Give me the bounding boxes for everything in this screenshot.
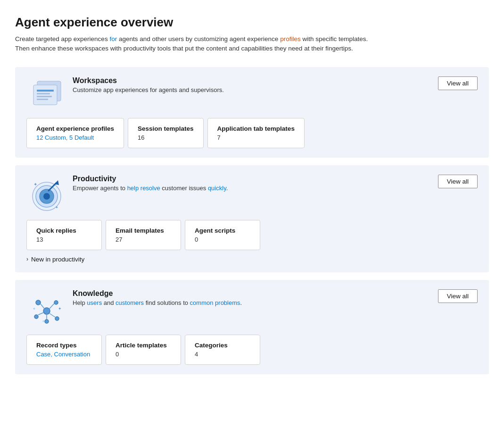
record-types-tile[interactable]: Record types Case, Conversation: [26, 335, 102, 365]
svg-line-23: [50, 313, 55, 317]
application-tab-templates-tile[interactable]: Application tab templates 7: [207, 118, 305, 148]
svg-text:✦: ✦: [58, 306, 62, 311]
quick-replies-value: 13: [36, 236, 92, 243]
workspaces-action: View all: [438, 76, 478, 90]
new-in-productivity-label: New in productivity: [31, 256, 84, 263]
knowledge-icon: ✦ ✦ ✦: [26, 289, 69, 327]
workspaces-section: Workspaces Customize app experiences for…: [15, 67, 489, 158]
knowledge-view-all-button[interactable]: View all: [438, 289, 478, 303]
svg-point-16: [54, 301, 58, 304]
article-templates-value: 0: [116, 351, 171, 358]
productivity-tiles: Quick replies 13 Email templates 27 Agen…: [26, 220, 478, 250]
svg-rect-1: [33, 85, 57, 105]
svg-text:✦: ✦: [42, 320, 45, 323]
article-templates-tile[interactable]: Article templates 0: [106, 335, 181, 365]
svg-line-20: [41, 304, 45, 309]
page-title: Agent experience overview: [15, 15, 489, 30]
svg-point-17: [34, 315, 38, 319]
article-templates-label: Article templates: [116, 342, 171, 349]
svg-point-15: [36, 300, 41, 305]
productivity-header: ✦ ✦ Productivity Empower agents to help …: [26, 175, 478, 212]
knowledge-tiles: Record types Case, Conversation Article …: [26, 335, 478, 365]
workspaces-info: Workspaces Customize app experiences for…: [69, 76, 438, 93]
svg-text:✦: ✦: [33, 182, 37, 187]
productivity-icon: ✦ ✦: [26, 175, 69, 212]
svg-rect-3: [37, 93, 50, 94]
application-tab-templates-value: 7: [217, 134, 295, 141]
productivity-title: Productivity: [73, 175, 438, 183]
new-in-productivity[interactable]: › New in productivity: [26, 256, 478, 263]
svg-text:✦: ✦: [33, 307, 36, 311]
workspaces-title: Workspaces: [73, 76, 438, 85]
svg-point-18: [55, 317, 59, 320]
workspaces-icon: [26, 76, 69, 110]
knowledge-header: ✦ ✦ ✦ Knowledge Help users and customers…: [26, 289, 478, 327]
agent-scripts-tile[interactable]: Agent scripts 0: [185, 220, 260, 250]
svg-rect-2: [37, 90, 54, 92]
workspaces-header: Workspaces Customize app experiences for…: [26, 76, 478, 110]
application-tab-templates-label: Application tab templates: [217, 125, 295, 132]
desc-link-profiles[interactable]: profiles: [280, 35, 301, 42]
svg-text:✦: ✦: [55, 205, 58, 210]
productivity-subtitle: Empower agents to help resolve customer …: [73, 185, 438, 192]
svg-point-9: [43, 193, 50, 200]
session-templates-value: 16: [138, 134, 194, 141]
quick-replies-label: Quick replies: [36, 227, 92, 234]
record-types-value: Case, Conversation: [36, 351, 92, 358]
session-templates-tile[interactable]: Session templates 16: [128, 118, 204, 148]
record-types-label: Record types: [36, 342, 92, 349]
productivity-action: View all: [438, 175, 478, 188]
knowledge-title: Knowledge: [73, 289, 438, 298]
desc-link-for[interactable]: for: [109, 35, 117, 42]
email-templates-tile[interactable]: Email templates 27: [106, 220, 181, 250]
svg-rect-5: [37, 99, 48, 100]
svg-point-19: [45, 320, 49, 323]
agent-scripts-label: Agent scripts: [195, 227, 250, 234]
agent-experience-profiles-tile[interactable]: Agent experience profiles 12 Custom, 5 D…: [26, 118, 124, 148]
productivity-section: ✦ ✦ Productivity Empower agents to help …: [15, 165, 489, 272]
chevron-right-icon: ›: [26, 256, 28, 262]
knowledge-action: View all: [438, 289, 478, 303]
productivity-info: Productivity Empower agents to help reso…: [69, 175, 438, 192]
knowledge-subtitle: Help users and customers find solutions …: [73, 299, 438, 306]
svg-rect-4: [37, 96, 52, 97]
knowledge-info: Knowledge Help users and customers find …: [69, 289, 438, 306]
page-description: Create targeted app experiences for agen…: [15, 34, 383, 54]
workspaces-subtitle: Customize app experiences for agents and…: [73, 86, 438, 93]
email-templates-value: 27: [116, 236, 171, 243]
workspaces-view-all-button[interactable]: View all: [438, 76, 478, 90]
agent-experience-profiles-value: 12 Custom, 5 Default: [36, 134, 114, 141]
agent-experience-profiles-label: Agent experience profiles: [36, 125, 114, 132]
categories-label: Categories: [195, 342, 250, 349]
svg-line-21: [49, 303, 54, 309]
email-templates-label: Email templates: [116, 227, 171, 234]
categories-value: 4: [195, 351, 250, 358]
agent-scripts-value: 0: [195, 236, 250, 243]
page-container: Agent experience overview Create targete…: [0, 0, 504, 421]
categories-tile[interactable]: Categories 4: [185, 335, 260, 365]
quick-replies-tile[interactable]: Quick replies 13: [26, 220, 102, 250]
productivity-view-all-button[interactable]: View all: [438, 175, 478, 188]
knowledge-section: ✦ ✦ ✦ Knowledge Help users and customers…: [15, 280, 489, 374]
workspaces-tiles: Agent experience profiles 12 Custom, 5 D…: [26, 118, 478, 148]
session-templates-label: Session templates: [138, 125, 194, 132]
svg-line-22: [38, 312, 44, 315]
